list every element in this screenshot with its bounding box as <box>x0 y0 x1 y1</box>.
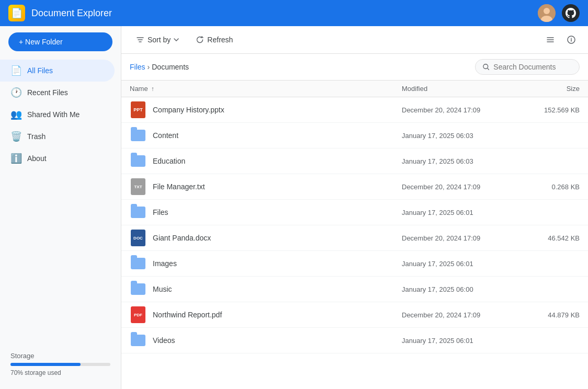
file-modified: December 20, 2024 17:09 <box>402 106 517 114</box>
breadcrumb-separator: › <box>148 63 150 71</box>
file-modified: January 17, 2025 06:01 <box>402 260 517 268</box>
folder-icon <box>131 258 145 269</box>
sort-by-button[interactable]: Sort by <box>130 32 185 47</box>
toolbar: Sort by Refresh <box>121 26 588 54</box>
file-modified: January 17, 2025 06:01 <box>402 209 517 216</box>
chevron-down-icon <box>174 38 179 41</box>
table-row[interactable]: Images January 17, 2025 06:01 <box>121 251 588 277</box>
app-title: Document Explorer <box>31 8 532 19</box>
table-row[interactable]: Education January 17, 2025 06:03 <box>121 148 588 174</box>
recent-files-icon: 🕐 <box>10 87 21 98</box>
file-name: Content <box>153 131 402 140</box>
folder-icon <box>131 335 145 346</box>
about-icon: ℹ️ <box>10 153 21 164</box>
refresh-label: Refresh <box>207 36 233 44</box>
file-modified: December 20, 2024 17:09 <box>402 234 517 242</box>
breadcrumb-current: Documents <box>152 63 189 71</box>
breadcrumb-root[interactable]: Files <box>130 63 145 71</box>
file-name: Files <box>153 208 402 216</box>
file-name: Music <box>153 285 402 293</box>
info-button[interactable] <box>563 31 580 48</box>
list-view-button[interactable] <box>542 31 559 48</box>
app-icon: 📄 <box>8 5 25 21</box>
file-icon-wrapper <box>130 332 146 349</box>
file-icon-wrapper <box>130 281 146 298</box>
sidebar-item-recent-files[interactable]: 🕐 Recent Files <box>0 82 115 104</box>
table-row[interactable]: PPT Company History.pptx December 20, 20… <box>121 97 588 123</box>
breadcrumb-bar: Files › Documents <box>121 54 588 81</box>
info-icon <box>567 36 575 44</box>
table-row[interactable]: Files January 17, 2025 06:01 <box>121 200 588 225</box>
folder-icon <box>131 283 145 295</box>
table-row[interactable]: DOC Giant Panda.docx December 20, 2024 1… <box>121 225 588 251</box>
file-name: File Manager.txt <box>153 182 402 191</box>
file-list-header: Name ↑ Modified Size <box>121 81 588 97</box>
pptx-icon: PPT <box>131 101 145 118</box>
column-size: Size <box>517 85 580 93</box>
table-row[interactable]: TXT File Manager.txt December 20, 2024 1… <box>121 174 588 200</box>
file-name: Images <box>153 259 402 268</box>
sidebar: + New Folder 📄 All Files 🕐 Recent Files … <box>0 26 121 389</box>
file-name: Northwind Report.pdf <box>153 311 402 319</box>
storage-bar-background <box>10 363 110 366</box>
sidebar-item-label: All Files <box>27 66 53 75</box>
file-size: 44.879 KB <box>517 311 580 319</box>
sidebar-item-about[interactable]: ℹ️ About <box>0 147 115 169</box>
search-box <box>475 59 580 75</box>
file-modified: December 20, 2024 17:09 <box>402 311 517 319</box>
shared-icon: 👥 <box>10 109 21 120</box>
docx-icon: DOC <box>131 230 145 246</box>
github-button[interactable] <box>562 4 580 22</box>
table-row[interactable]: Content January 17, 2025 06:03 <box>121 123 588 148</box>
new-folder-button[interactable]: + New Folder <box>8 32 112 51</box>
search-input[interactable] <box>493 63 572 71</box>
sidebar-item-label: About <box>27 154 47 163</box>
file-icon-wrapper <box>130 127 146 144</box>
file-modified: January 17, 2025 06:01 <box>402 337 517 345</box>
file-name: Videos <box>153 336 402 345</box>
sort-by-label: Sort by <box>148 36 171 44</box>
svg-point-1 <box>544 8 550 14</box>
folder-icon <box>131 207 145 218</box>
storage-section: Storage 70% storage used <box>0 346 121 383</box>
file-rows-container: PPT Company History.pptx December 20, 20… <box>121 97 588 353</box>
trash-icon: 🗑️ <box>10 131 21 142</box>
file-list: Name ↑ Modified Size PPT Company History… <box>121 81 588 389</box>
list-view-icon <box>546 36 555 44</box>
all-files-icon: 📄 <box>10 65 21 76</box>
file-icon-wrapper: TXT <box>130 178 146 195</box>
search-icon <box>483 63 489 71</box>
refresh-icon <box>196 36 204 44</box>
file-name: Education <box>153 157 402 165</box>
refresh-button[interactable]: Refresh <box>189 32 239 47</box>
file-size: 152.569 KB <box>517 106 580 114</box>
user-avatar[interactable] <box>538 4 556 22</box>
sort-arrow-icon: ↑ <box>151 85 154 93</box>
table-row[interactable]: Music January 17, 2025 06:00 <box>121 277 588 302</box>
file-size: 0.268 KB <box>517 183 580 191</box>
file-icon-wrapper <box>130 204 146 221</box>
app-header: 📄 Document Explorer <box>0 0 588 26</box>
file-modified: January 17, 2025 06:03 <box>402 132 517 140</box>
file-modified: December 20, 2024 17:09 <box>402 183 517 191</box>
txt-icon: TXT <box>131 178 145 195</box>
pdf-icon: PDF <box>131 306 145 323</box>
file-icon-wrapper: DOC <box>130 230 146 246</box>
table-row[interactable]: PDF Northwind Report.pdf December 20, 20… <box>121 302 588 328</box>
storage-label: Storage <box>10 352 110 360</box>
file-icon-wrapper: PDF <box>130 306 146 323</box>
sidebar-item-all-files[interactable]: 📄 All Files <box>0 60 115 82</box>
table-row[interactable]: Videos January 17, 2025 06:01 <box>121 328 588 353</box>
storage-bar-fill <box>10 363 81 366</box>
sidebar-item-trash[interactable]: 🗑️ Trash <box>0 125 115 147</box>
file-icon-wrapper: PPT <box>130 101 146 118</box>
file-size: 46.542 KB <box>517 234 580 242</box>
sidebar-item-shared-with-me[interactable]: 👥 Shared With Me <box>0 104 115 125</box>
file-modified: January 17, 2025 06:03 <box>402 157 517 165</box>
main-layout: + New Folder 📄 All Files 🕐 Recent Files … <box>0 26 588 389</box>
file-name: Company History.pptx <box>153 106 402 114</box>
sort-icon <box>136 36 144 44</box>
file-modified: January 17, 2025 06:00 <box>402 285 517 293</box>
folder-icon <box>131 130 145 141</box>
column-name[interactable]: Name ↑ <box>130 85 402 93</box>
